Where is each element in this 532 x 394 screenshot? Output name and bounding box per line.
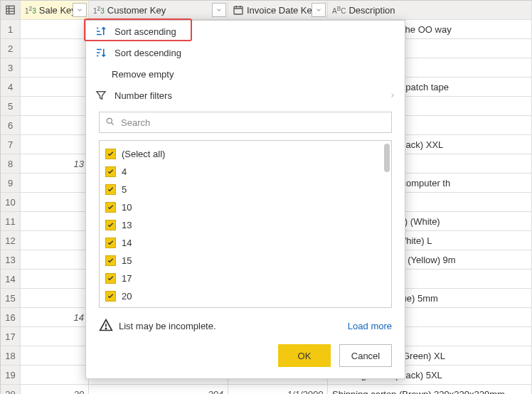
menu-label: Sort descending (115, 48, 181, 58)
cell-invoice-date[interactable]: 1/1/2000 (228, 385, 328, 394)
row-number[interactable]: 18 (1, 346, 21, 366)
row-number[interactable]: 9 (1, 174, 21, 193)
load-more-link[interactable]: Load more (348, 321, 392, 331)
cell-sale-key[interactable] (21, 366, 89, 385)
cell-sale-key[interactable]: 20 (21, 385, 89, 394)
cell-sale-key[interactable] (21, 193, 89, 212)
row-number[interactable]: 20 (1, 385, 21, 394)
cell-sale-key[interactable] (21, 289, 89, 308)
filter-value-item[interactable]: 4 (105, 163, 385, 181)
svg-point-3 (105, 328, 106, 329)
cell-sale-key[interactable] (21, 327, 89, 346)
menu-sort-ascending[interactable]: Sort ascending (86, 21, 405, 42)
row-number[interactable]: 12 (1, 231, 21, 250)
sort-asc-icon (95, 25, 107, 38)
cell-sale-key[interactable] (21, 97, 89, 116)
cell-sale-key[interactable] (21, 135, 89, 154)
chevron-right-icon (389, 90, 396, 101)
menu-remove-empty[interactable]: Remove empty (86, 63, 405, 85)
cell-sale-key[interactable] (21, 58, 89, 78)
filter-value-label: 20 (122, 291, 132, 302)
cell-sale-key[interactable] (21, 116, 89, 135)
cell-sale-key[interactable] (21, 231, 89, 250)
row-number[interactable]: 14 (1, 270, 21, 289)
cell-sale-key[interactable] (21, 78, 89, 97)
filter-value-label: 15 (122, 255, 132, 266)
column-header-sale-key[interactable]: 123 Sale Key (21, 1, 89, 20)
cell-sale-key[interactable] (21, 212, 89, 231)
checkbox-icon (105, 149, 116, 159)
column-header-description[interactable]: ABC Description (328, 1, 532, 20)
row-number[interactable]: 19 (1, 366, 21, 385)
column-dropdown[interactable] (212, 3, 226, 17)
checkbox-icon (105, 255, 116, 266)
cell-sale-key[interactable] (21, 270, 89, 289)
column-label: Customer Key (107, 1, 166, 20)
menu-label: Remove empty (112, 69, 174, 80)
filter-value-item[interactable]: 17 (105, 270, 385, 287)
column-dropdown[interactable] (73, 3, 87, 17)
button-label: Cancel (351, 351, 380, 361)
search-placeholder: Search (121, 117, 150, 128)
filter-value-label: 14 (122, 238, 132, 248)
cell-sale-key[interactable] (21, 250, 89, 270)
row-number[interactable]: 11 (1, 212, 21, 231)
filter-values-list[interactable]: (Select all)45101314151720 (99, 140, 392, 308)
search-icon (105, 117, 115, 129)
column-dropdown[interactable] (312, 3, 326, 17)
cell-sale-key[interactable] (21, 20, 89, 39)
checkbox-icon (105, 166, 116, 177)
menu-number-filters[interactable]: Number filters (86, 85, 405, 106)
incomplete-message: List may be incomplete. (119, 321, 216, 331)
filter-icon (95, 89, 107, 102)
filter-search-input[interactable]: Search (99, 112, 392, 133)
row-number-header[interactable] (1, 1, 21, 20)
cell-sale-key[interactable] (21, 346, 89, 366)
filter-value-label: 5 (122, 184, 127, 195)
row-number[interactable]: 15 (1, 289, 21, 308)
row-number[interactable]: 4 (1, 78, 21, 97)
row-number[interactable]: 1 (1, 20, 21, 39)
checkbox-icon (105, 291, 116, 302)
filter-value-label: 13 (122, 220, 132, 230)
filter-value-label: (Select all) (122, 149, 165, 159)
cell-sale-key[interactable]: 13 (21, 154, 89, 174)
filter-value-item[interactable]: 5 (105, 181, 385, 198)
row-number[interactable]: 13 (1, 250, 21, 270)
button-label: OK (298, 351, 312, 361)
filter-value-item[interactable]: (Select all) (105, 145, 385, 163)
row-number[interactable]: 17 (1, 327, 21, 346)
svg-point-2 (107, 118, 112, 123)
column-label: Description (349, 1, 395, 20)
cell-sale-key[interactable] (21, 39, 89, 58)
row-number[interactable]: 6 (1, 116, 21, 135)
cell-sale-key[interactable]: 14 (21, 308, 89, 327)
row-number[interactable]: 5 (1, 97, 21, 116)
sort-desc-icon (95, 46, 107, 59)
row-number[interactable]: 7 (1, 135, 21, 154)
column-header-customer-key[interactable]: 123 Customer Key (89, 1, 228, 20)
filter-value-item[interactable]: 20 (105, 287, 385, 305)
filter-value-item[interactable]: 10 (105, 198, 385, 216)
ok-button[interactable]: OK (278, 344, 331, 367)
checkbox-icon (105, 202, 116, 213)
filter-value-item[interactable]: 13 (105, 216, 385, 234)
row-number[interactable]: 2 (1, 39, 21, 58)
cell-description[interactable]: Shipping carton (Brown) 229x229x229mm (328, 385, 532, 394)
row-number[interactable]: 3 (1, 58, 21, 78)
row-number[interactable]: 8 (1, 154, 21, 174)
cell-sale-key[interactable] (21, 174, 89, 193)
scrollbar-thumb[interactable] (384, 144, 390, 172)
column-header-invoice-date-key[interactable]: Invoice Date Key (228, 1, 328, 20)
row-number[interactable]: 16 (1, 308, 21, 327)
cancel-button[interactable]: Cancel (339, 344, 392, 367)
menu-sort-descending[interactable]: Sort descending (86, 42, 405, 63)
row-number[interactable]: 10 (1, 193, 21, 212)
filter-value-item[interactable]: 15 (105, 252, 385, 270)
cell-customer-key[interactable]: 304 (89, 385, 228, 394)
filter-value-label: 4 (122, 166, 127, 177)
warning-icon (99, 318, 113, 334)
checkbox-icon (105, 184, 116, 195)
menu-label: Number filters (115, 90, 172, 101)
filter-value-item[interactable]: 14 (105, 234, 385, 252)
